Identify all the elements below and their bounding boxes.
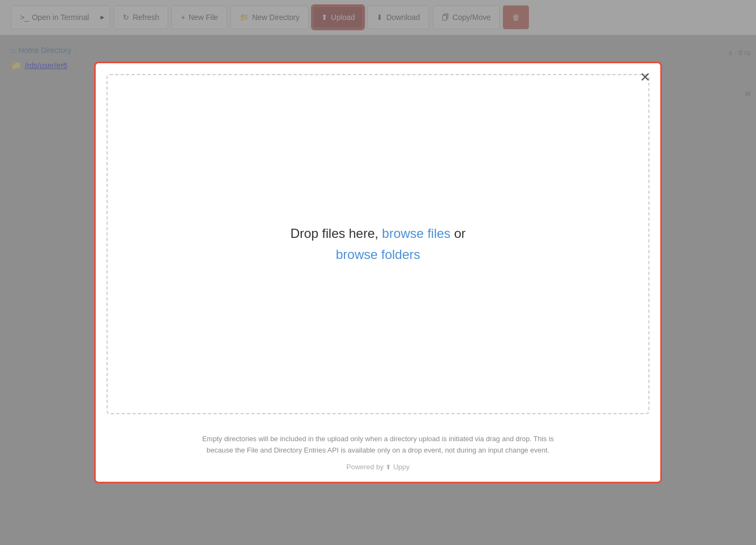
- modal-close-button[interactable]: ✕: [640, 71, 651, 84]
- upload-modal: ✕ Drop files here, browse files or brows…: [94, 62, 662, 483]
- drop-zone[interactable]: Drop files here, browse files or browse …: [107, 74, 649, 414]
- browse-folders-label: browse folders: [336, 247, 420, 262]
- drop-text-middle: or: [454, 226, 466, 241]
- powered-by: Powered by ⬆ Uppy: [112, 463, 644, 471]
- browse-files-label: browse files: [382, 226, 450, 241]
- uppy-icon: ⬆: [386, 463, 391, 471]
- footer-note: Empty directories will be included in th…: [189, 434, 567, 456]
- browse-folders-link[interactable]: browse folders: [336, 247, 420, 262]
- powered-by-label: Powered by: [346, 463, 383, 471]
- drop-text-prefix: Drop files here,: [290, 226, 379, 241]
- uppy-label: Uppy: [393, 463, 409, 471]
- drop-zone-text: Drop files here, browse files or browse …: [290, 223, 466, 265]
- modal-overlay: ✕ Drop files here, browse files or brows…: [0, 0, 756, 545]
- modal-footer: Empty directories will be included in th…: [96, 425, 660, 482]
- browse-files-link[interactable]: browse files: [382, 226, 454, 241]
